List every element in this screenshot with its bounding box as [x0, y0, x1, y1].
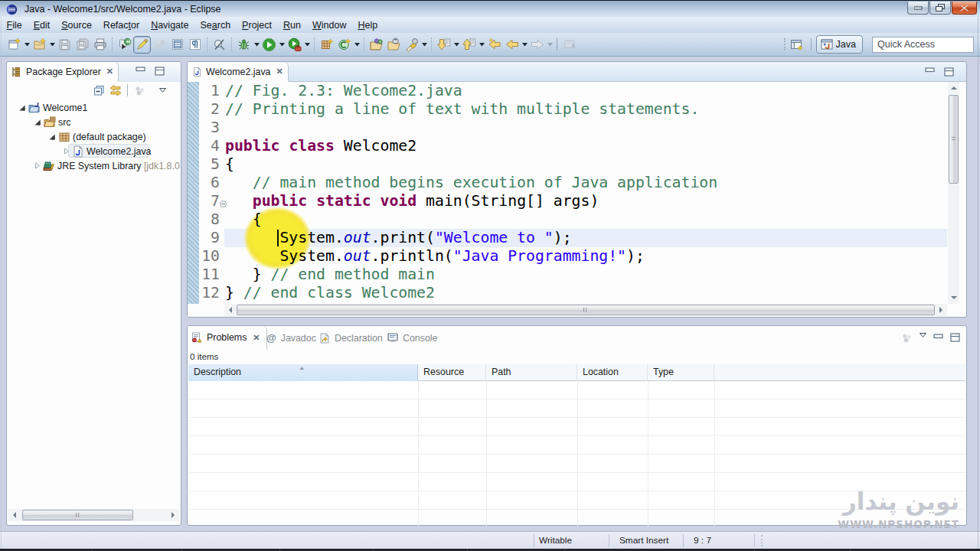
external-tools-dropdown-icon[interactable]	[303, 36, 311, 54]
tree-item-welcome2-java[interactable]: Welcome2.java	[7, 144, 181, 158]
restore-button[interactable]	[929, 2, 951, 15]
tab-console[interactable]: Console	[387, 326, 437, 350]
pin-editor-icon[interactable]	[560, 36, 578, 54]
scrollbar-thumb[interactable]	[22, 510, 133, 520]
problems-tab-close-icon[interactable]: ✕	[251, 333, 259, 343]
menu-project[interactable]: Project	[237, 18, 278, 32]
minimize-view-icon[interactable]	[933, 334, 943, 342]
tree-item-src[interactable]: src	[7, 115, 181, 129]
open-task-icon[interactable]	[385, 36, 403, 54]
maximize-view-icon[interactable]	[155, 67, 165, 76]
last-edit-location-icon[interactable]	[485, 36, 503, 54]
fold-collapse-icon[interactable]	[220, 201, 227, 207]
column-header-type[interactable]: Type	[648, 364, 714, 381]
scroll-left-icon[interactable]	[8, 509, 21, 521]
package-explorer-close-icon[interactable]: ✕	[105, 67, 113, 77]
back-icon[interactable]	[503, 36, 521, 54]
show-whitespace-icon[interactable]	[186, 36, 204, 54]
editor-vscrollbar[interactable]	[948, 82, 959, 304]
filters-icon[interactable]	[901, 332, 913, 343]
tree-item-welcome1[interactable]: Welcome1	[7, 100, 181, 115]
search-icon[interactable]	[403, 36, 420, 54]
new-wizard-dropdown-icon[interactable]	[23, 36, 31, 54]
new-java-project-icon[interactable]	[318, 36, 335, 54]
quick-access-input[interactable]	[872, 37, 974, 53]
save-all-icon[interactable]	[74, 36, 91, 54]
scroll-down-icon[interactable]	[948, 292, 959, 304]
maximize-editor-icon[interactable]	[944, 67, 954, 77]
collapsed-arrow-icon[interactable]	[34, 162, 41, 169]
new-java-wizard-icon[interactable]	[31, 36, 48, 54]
print-icon[interactable]	[91, 36, 109, 54]
expanded-arrow-icon[interactable]	[19, 105, 24, 110]
scrollbar-thumb[interactable]	[949, 95, 959, 184]
tab-problems[interactable]: Problems ✕	[188, 326, 267, 350]
expanded-arrow-icon[interactable]	[49, 134, 54, 139]
column-header-resource[interactable]: Resource	[418, 364, 486, 381]
scroll-left-icon[interactable]	[224, 304, 237, 316]
menu-run[interactable]: Run	[278, 18, 307, 32]
maximize-view-icon[interactable]	[950, 333, 960, 342]
close-button[interactable]	[952, 2, 977, 15]
scroll-right-icon[interactable]	[935, 304, 947, 316]
block-selection-icon[interactable]	[168, 36, 186, 54]
menu-search[interactable]: Search	[194, 18, 237, 32]
search-dropdown-icon[interactable]	[420, 36, 428, 54]
menu-navigate[interactable]: Navigate	[145, 18, 194, 32]
mark-occurrences-icon[interactable]	[133, 36, 151, 54]
debug-dropdown-icon[interactable]	[253, 36, 260, 54]
debug-icon[interactable]	[235, 36, 253, 54]
menu-file[interactable]: File	[1, 18, 28, 32]
tab-declaration[interactable]: Declaration	[319, 326, 383, 350]
minimize-editor-icon[interactable]	[925, 67, 935, 76]
new-class-dropdown-icon[interactable]	[353, 36, 361, 54]
focus-on-task-icon[interactable]	[132, 83, 147, 98]
last-edit-class-icon[interactable]	[116, 36, 133, 54]
java-perspective-button[interactable]: Java	[816, 35, 863, 54]
menu-help[interactable]: Help	[352, 18, 384, 32]
link-with-editor-icon[interactable]	[108, 83, 123, 98]
editor-tab-welcome2[interactable]: Welcome2.java ✕	[188, 62, 289, 82]
next-annotation-icon[interactable]	[435, 36, 452, 54]
run-icon[interactable]	[260, 36, 278, 54]
new-wizard-icon[interactable]	[5, 36, 23, 54]
unmark-icon[interactable]	[151, 36, 168, 54]
menu-edit[interactable]: Edit	[28, 18, 56, 32]
editor-hscrollbar[interactable]	[224, 304, 947, 316]
external-tools-icon[interactable]	[286, 36, 303, 54]
view-menu-icon[interactable]	[155, 83, 170, 98]
scroll-right-icon[interactable]	[167, 509, 179, 521]
open-perspective-icon[interactable]	[788, 35, 808, 54]
next-annotation-dropdown-icon[interactable]	[452, 36, 460, 54]
editor-tab-close-icon[interactable]: ✕	[274, 67, 282, 77]
view-menu-icon[interactable]	[920, 333, 926, 337]
package-explorer-hscrollbar[interactable]	[8, 509, 179, 521]
previous-annotation-dropdown-icon[interactable]	[478, 36, 485, 54]
menu-window[interactable]: Window	[306, 18, 351, 32]
column-header-location[interactable]: Location	[577, 364, 648, 381]
code-editor[interactable]: 1// Fig. 2.3: Welcome2.java2// Printing …	[188, 82, 966, 317]
forward-dropdown-icon[interactable]	[546, 36, 554, 54]
expanded-arrow-icon[interactable]	[34, 119, 40, 125]
run-dropdown-icon[interactable]	[278, 36, 286, 54]
tree-item-jre-library[interactable]: JRE System Library [jdk1.8.0	[7, 158, 181, 173]
open-type-icon[interactable]	[368, 36, 385, 54]
scroll-up-icon[interactable]	[948, 82, 959, 94]
previous-annotation-icon[interactable]	[460, 36, 478, 54]
new-class-icon[interactable]	[335, 36, 353, 54]
column-header-path[interactable]: Path	[486, 364, 577, 381]
zoom-disabled-icon[interactable]	[211, 36, 228, 54]
tree-item-default-package[interactable]: (default package)	[7, 129, 181, 144]
collapsed-arrow-icon[interactable]	[64, 148, 70, 155]
collapse-all-icon[interactable]	[91, 83, 106, 98]
menu-source[interactable]: Source	[56, 18, 98, 32]
tab-javadoc[interactable]: @ Javadoc	[266, 326, 316, 350]
minimize-button[interactable]	[907, 2, 929, 15]
menu-refactor[interactable]: Refactor	[97, 18, 145, 32]
minimize-view-icon[interactable]	[136, 67, 145, 75]
forward-icon[interactable]	[528, 36, 546, 54]
back-dropdown-icon[interactable]	[521, 36, 528, 54]
save-icon[interactable]	[56, 36, 74, 54]
package-explorer-tab[interactable]: Package Explorer ✕	[7, 62, 119, 82]
new-java-wizard-dropdown-icon[interactable]	[48, 36, 56, 54]
